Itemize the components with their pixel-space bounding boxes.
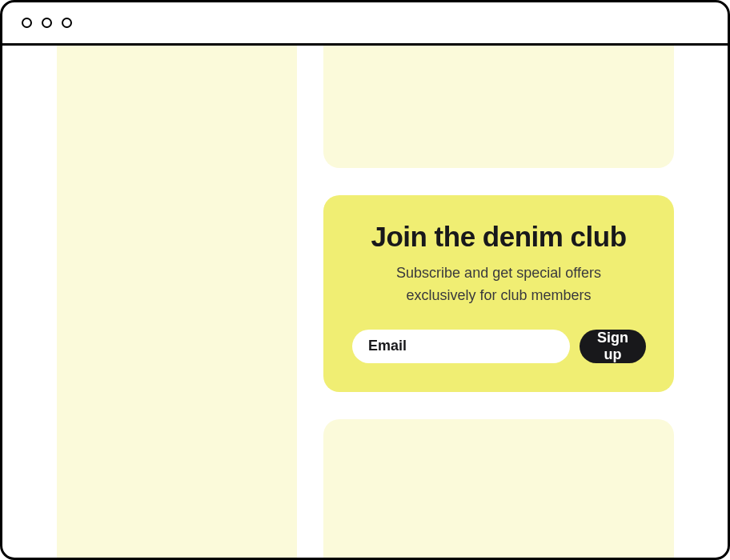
sidebar-placeholder	[57, 46, 297, 558]
email-field[interactable]	[352, 330, 570, 363]
content-column: Join the denim club Subscribe and get sp…	[323, 46, 674, 558]
browser-frame: Join the denim club Subscribe and get sp…	[0, 0, 730, 560]
browser-chrome	[2, 2, 728, 46]
subscribe-subtitle: Subscribe and get special offers exclusi…	[371, 262, 627, 307]
subscribe-form: Sign up	[352, 330, 645, 363]
subscribe-title: Join the denim club	[371, 221, 626, 253]
content-block-placeholder	[323, 419, 674, 558]
subscribe-card: Join the denim club Subscribe and get sp…	[323, 195, 674, 392]
browser-content: Join the denim club Subscribe and get sp…	[2, 46, 728, 558]
content-block-placeholder	[323, 46, 674, 168]
window-control-dot[interactable]	[22, 18, 32, 28]
window-control-dot[interactable]	[62, 18, 72, 28]
signup-button[interactable]: Sign up	[580, 330, 646, 363]
window-control-dot[interactable]	[42, 18, 52, 28]
